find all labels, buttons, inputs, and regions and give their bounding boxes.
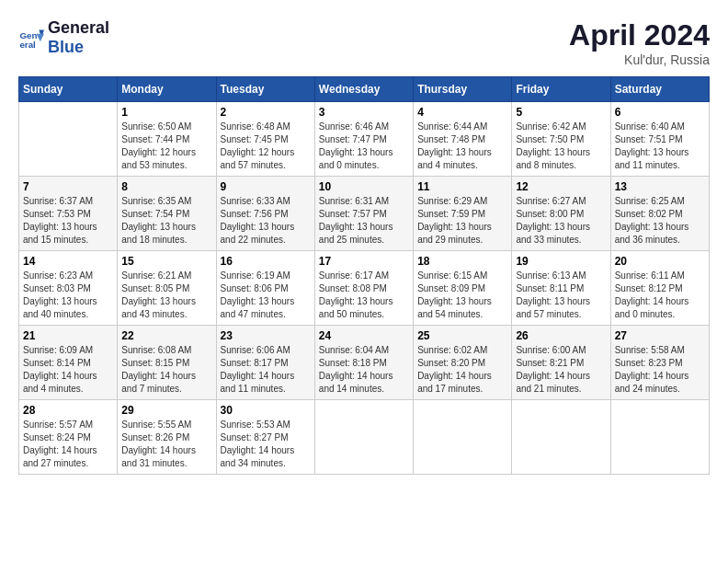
calendar-cell: 17Sunrise: 6:17 AM Sunset: 8:08 PM Dayli… [314,251,413,326]
day-info: Sunrise: 6:21 AM Sunset: 8:05 PM Dayligh… [121,270,211,321]
calendar-cell: 9Sunrise: 6:33 AM Sunset: 7:56 PM Daylig… [216,177,314,251]
day-info: Sunrise: 5:58 AM Sunset: 8:23 PM Dayligh… [615,344,705,396]
weekday-header-friday: Friday [512,77,610,102]
day-number: 6 [615,106,705,119]
calendar-cell [314,400,413,475]
calendar-cell: 29Sunrise: 5:55 AM Sunset: 8:26 PM Dayli… [118,400,216,475]
calendar-cell: 4Sunrise: 6:44 AM Sunset: 7:48 PM Daylig… [414,102,512,177]
day-number: 23 [221,329,311,342]
day-number: 28 [23,404,113,417]
day-number: 9 [221,180,311,193]
day-number: 3 [319,106,409,119]
day-info: Sunrise: 6:48 AM Sunset: 7:45 PM Dayligh… [221,121,311,172]
calendar-cell: 15Sunrise: 6:21 AM Sunset: 8:05 PM Dayli… [118,251,216,326]
calendar-cell: 5Sunrise: 6:42 AM Sunset: 7:50 PM Daylig… [512,102,610,177]
day-number: 19 [516,255,606,268]
calendar-cell [512,400,610,475]
day-info: Sunrise: 6:35 AM Sunset: 7:54 PM Dayligh… [121,195,211,247]
location: Kul'dur, Russia [569,52,710,67]
calendar-table: SundayMondayTuesdayWednesdayThursdayFrid… [18,76,710,475]
day-info: Sunrise: 6:25 AM Sunset: 8:02 PM Dayligh… [615,195,705,247]
day-info: Sunrise: 6:15 AM Sunset: 8:09 PM Dayligh… [417,270,507,321]
calendar-cell: 3Sunrise: 6:46 AM Sunset: 7:47 PM Daylig… [314,102,413,177]
day-number: 10 [319,180,409,193]
weekday-header-tuesday: Tuesday [216,77,314,102]
day-number: 8 [121,180,211,193]
calendar-cell: 2Sunrise: 6:48 AM Sunset: 7:45 PM Daylig… [216,102,314,177]
calendar-cell: 28Sunrise: 5:57 AM Sunset: 8:24 PM Dayli… [19,400,118,475]
day-number: 12 [516,180,606,193]
calendar-cell: 30Sunrise: 5:53 AM Sunset: 8:27 PM Dayli… [216,400,314,475]
calendar-cell: 22Sunrise: 6:08 AM Sunset: 8:15 PM Dayli… [118,326,216,400]
day-info: Sunrise: 6:00 AM Sunset: 8:21 PM Dayligh… [516,344,606,396]
day-info: Sunrise: 6:04 AM Sunset: 8:18 PM Dayligh… [319,344,409,396]
day-info: Sunrise: 6:06 AM Sunset: 8:17 PM Dayligh… [221,344,311,396]
day-number: 21 [23,329,113,342]
calendar-cell: 1Sunrise: 6:50 AM Sunset: 7:44 PM Daylig… [118,102,216,177]
calendar-cell: 18Sunrise: 6:15 AM Sunset: 8:09 PM Dayli… [414,251,512,326]
day-info: Sunrise: 6:40 AM Sunset: 7:51 PM Dayligh… [615,121,705,172]
calendar-cell: 24Sunrise: 6:04 AM Sunset: 8:18 PM Dayli… [314,326,413,400]
day-number: 24 [319,329,409,342]
calendar-cell: 12Sunrise: 6:27 AM Sunset: 8:00 PM Dayli… [512,177,610,251]
calendar-cell: 7Sunrise: 6:37 AM Sunset: 7:53 PM Daylig… [19,177,118,251]
day-number: 4 [417,106,507,119]
day-info: Sunrise: 6:17 AM Sunset: 8:08 PM Dayligh… [319,270,409,321]
day-info: Sunrise: 6:42 AM Sunset: 7:50 PM Dayligh… [516,121,606,172]
day-number: 11 [417,180,507,193]
day-info: Sunrise: 6:08 AM Sunset: 8:15 PM Dayligh… [121,344,211,396]
day-info: Sunrise: 6:31 AM Sunset: 7:57 PM Dayligh… [319,195,409,247]
logo-text: General Blue [48,18,109,57]
day-number: 27 [615,329,705,342]
day-number: 22 [121,329,211,342]
day-number: 2 [221,106,311,119]
day-info: Sunrise: 6:29 AM Sunset: 7:59 PM Dayligh… [417,195,507,247]
day-number: 15 [121,255,211,268]
weekday-header-saturday: Saturday [610,77,709,102]
day-number: 20 [615,255,705,268]
calendar-cell: 20Sunrise: 6:11 AM Sunset: 8:12 PM Dayli… [610,251,709,326]
day-info: Sunrise: 6:33 AM Sunset: 7:56 PM Dayligh… [221,195,311,247]
day-info: Sunrise: 6:27 AM Sunset: 8:00 PM Dayligh… [516,195,606,247]
weekday-header-thursday: Thursday [414,77,512,102]
title-block: April 2024 Kul'dur, Russia [569,18,710,67]
day-number: 14 [23,255,113,268]
day-number: 7 [23,180,113,193]
day-info: Sunrise: 6:50 AM Sunset: 7:44 PM Dayligh… [121,121,211,172]
day-info: Sunrise: 6:13 AM Sunset: 8:11 PM Dayligh… [516,270,606,321]
day-info: Sunrise: 6:09 AM Sunset: 8:14 PM Dayligh… [23,344,113,396]
calendar-cell [414,400,512,475]
calendar-cell: 13Sunrise: 6:25 AM Sunset: 8:02 PM Dayli… [610,177,709,251]
weekday-header-sunday: Sunday [19,77,118,102]
day-info: Sunrise: 6:19 AM Sunset: 8:06 PM Dayligh… [221,270,311,321]
calendar-cell: 6Sunrise: 6:40 AM Sunset: 7:51 PM Daylig… [610,102,709,177]
day-number: 18 [417,255,507,268]
day-number: 29 [121,404,211,417]
day-number: 17 [319,255,409,268]
day-info: Sunrise: 6:44 AM Sunset: 7:48 PM Dayligh… [417,121,507,172]
day-info: Sunrise: 6:11 AM Sunset: 8:12 PM Dayligh… [615,270,705,321]
calendar-cell: 27Sunrise: 5:58 AM Sunset: 8:23 PM Dayli… [610,326,709,400]
day-info: Sunrise: 6:37 AM Sunset: 7:53 PM Dayligh… [23,195,113,247]
day-info: Sunrise: 5:55 AM Sunset: 8:26 PM Dayligh… [121,419,211,470]
day-info: Sunrise: 6:02 AM Sunset: 8:20 PM Dayligh… [417,344,507,396]
day-info: Sunrise: 6:46 AM Sunset: 7:47 PM Dayligh… [319,121,409,172]
page-header: Gen eral General Blue April 2024 Kul'dur… [18,18,710,67]
logo-icon: Gen eral [18,25,44,51]
calendar-cell: 21Sunrise: 6:09 AM Sunset: 8:14 PM Dayli… [19,326,118,400]
day-info: Sunrise: 6:23 AM Sunset: 8:03 PM Dayligh… [23,270,113,321]
logo: Gen eral General Blue [18,18,109,57]
calendar-cell: 25Sunrise: 6:02 AM Sunset: 8:20 PM Dayli… [414,326,512,400]
day-number: 1 [121,106,211,119]
calendar-cell: 8Sunrise: 6:35 AM Sunset: 7:54 PM Daylig… [118,177,216,251]
calendar-cell: 14Sunrise: 6:23 AM Sunset: 8:03 PM Dayli… [19,251,118,326]
day-info: Sunrise: 5:57 AM Sunset: 8:24 PM Dayligh… [23,419,113,470]
weekday-header-wednesday: Wednesday [314,77,413,102]
day-info: Sunrise: 5:53 AM Sunset: 8:27 PM Dayligh… [221,419,311,470]
day-number: 25 [417,329,507,342]
day-number: 5 [516,106,606,119]
calendar-cell: 16Sunrise: 6:19 AM Sunset: 8:06 PM Dayli… [216,251,314,326]
calendar-cell: 11Sunrise: 6:29 AM Sunset: 7:59 PM Dayli… [414,177,512,251]
month-year: April 2024 [569,18,710,52]
calendar-cell [610,400,709,475]
